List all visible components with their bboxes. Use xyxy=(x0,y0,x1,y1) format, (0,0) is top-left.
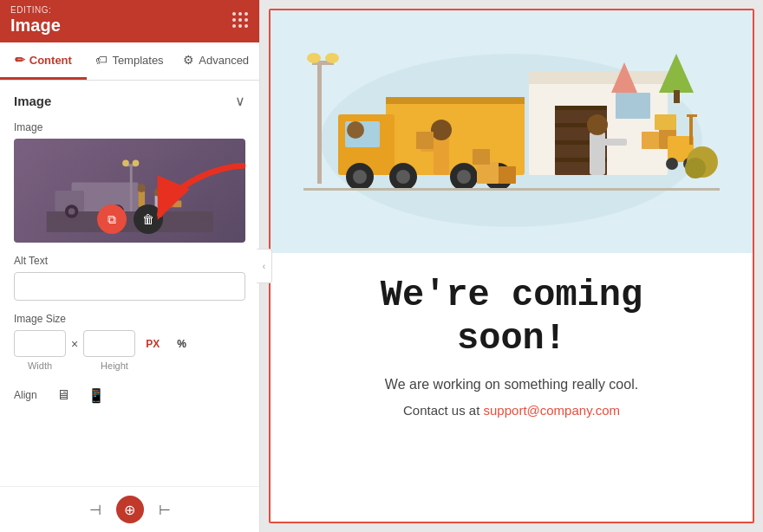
replace-image-button[interactable]: ⧉ xyxy=(97,204,127,234)
svg-point-9 xyxy=(122,159,129,166)
svg-rect-66 xyxy=(674,90,680,103)
svg-rect-16 xyxy=(173,201,181,208)
delete-icon: 🗑 xyxy=(142,212,154,226)
align-right-icon: ⊢ xyxy=(159,502,171,518)
svg-rect-58 xyxy=(597,139,627,146)
coming-soon-subtitle: We are working on something really cool. xyxy=(297,377,727,393)
size-separator: × xyxy=(71,337,78,351)
image-actions: ⧉ 🗑 xyxy=(97,204,163,234)
image-size-label: Image Size xyxy=(14,313,245,325)
width-label: Width xyxy=(14,360,66,371)
svg-point-38 xyxy=(347,121,364,139)
height-input[interactable] xyxy=(83,330,135,357)
advanced-tab-icon: ⚙ xyxy=(183,53,194,67)
unit-toggle: PX % xyxy=(140,334,192,354)
align-center-button[interactable]: ⊕ xyxy=(116,496,144,523)
svg-point-63 xyxy=(685,158,706,178)
panel-content: Image ∨ Image xyxy=(0,81,259,486)
tab-advanced[interactable]: ⚙ Advanced xyxy=(173,42,259,80)
percent-unit-button[interactable]: % xyxy=(172,334,192,354)
align-label: Align xyxy=(14,389,37,401)
svg-rect-56 xyxy=(590,132,605,175)
section-title: Image xyxy=(14,94,51,108)
image-size-row: × PX % xyxy=(14,330,245,357)
svg-point-42 xyxy=(396,170,410,184)
svg-rect-59 xyxy=(477,162,499,184)
tab-templates-label: Templates xyxy=(112,54,163,67)
svg-point-44 xyxy=(457,170,471,184)
svg-rect-35 xyxy=(386,97,525,104)
svg-rect-21 xyxy=(555,106,607,110)
section-toggle-icon[interactable]: ∨ xyxy=(235,93,245,109)
editing-header: EDITING: Image xyxy=(0,0,259,42)
tab-advanced-label: Advanced xyxy=(199,54,249,67)
panel-collapse-handle[interactable]: ‹ xyxy=(257,249,272,283)
editing-label: EDITING: xyxy=(10,5,61,15)
align-left-button[interactable]: ⊣ xyxy=(82,496,109,523)
tab-content[interactable]: ✏ Content xyxy=(0,42,87,80)
svg-point-57 xyxy=(587,114,608,135)
height-label: Height xyxy=(88,360,140,371)
replace-icon: ⧉ xyxy=(108,212,116,227)
width-input[interactable] xyxy=(14,330,66,357)
svg-rect-51 xyxy=(303,188,720,191)
svg-rect-31 xyxy=(687,114,697,117)
svg-point-14 xyxy=(153,188,162,197)
svg-point-49 xyxy=(307,53,321,63)
image-thumbnail[interactable]: ⧉ 🗑 xyxy=(14,139,245,243)
contact-email[interactable]: support@company.com xyxy=(484,403,621,418)
mobile-icon: 📱 xyxy=(88,387,105,404)
editing-info: EDITING: Image xyxy=(10,5,61,36)
align-row: Align 🖥 📱 xyxy=(14,383,245,407)
svg-point-12 xyxy=(137,184,146,192)
tab-templates[interactable]: 🏷 Templates xyxy=(87,42,173,80)
align-mobile-button[interactable]: 📱 xyxy=(84,383,108,407)
align-right-button[interactable]: ⊢ xyxy=(151,496,179,523)
section-header: Image ∨ xyxy=(14,93,245,109)
svg-point-10 xyxy=(132,159,139,166)
contact-line: Contact us at support@company.com xyxy=(297,403,727,418)
svg-rect-25 xyxy=(616,93,650,119)
svg-point-4 xyxy=(68,208,75,215)
page-text-section: We're comingsoon! We are working on some… xyxy=(271,253,753,438)
delete-image-button[interactable]: 🗑 xyxy=(134,204,163,234)
contact-prefix: Contact us at xyxy=(403,403,484,418)
svg-rect-52 xyxy=(434,136,449,175)
svg-point-50 xyxy=(325,53,339,63)
size-labels: Width Height xyxy=(14,360,245,371)
image-field-label: Image xyxy=(14,121,245,133)
svg-rect-30 xyxy=(689,114,693,145)
svg-rect-55 xyxy=(416,132,434,149)
coming-soon-title: We're comingsoon! xyxy=(297,274,727,361)
svg-point-40 xyxy=(353,170,367,184)
left-panel: EDITING: Image ✏ Content 🏷 Templates ⚙ A… xyxy=(0,0,260,532)
svg-rect-28 xyxy=(655,114,676,130)
align-desktop-button[interactable]: 🖥 xyxy=(51,383,75,407)
alt-text-input[interactable] xyxy=(14,272,245,301)
content-tab-icon: ✏ xyxy=(15,53,25,67)
tab-bar: ✏ Content 🏷 Templates ⚙ Advanced xyxy=(0,42,259,81)
hero-image-area xyxy=(271,10,753,253)
hero-illustration xyxy=(303,28,720,236)
svg-rect-19 xyxy=(529,71,672,84)
svg-rect-34 xyxy=(386,97,525,175)
align-center-icon: ⊕ xyxy=(124,502,135,518)
svg-point-53 xyxy=(431,120,452,140)
dots-menu-icon[interactable] xyxy=(232,12,249,29)
templates-tab-icon: 🏷 xyxy=(95,53,108,67)
align-left-icon: ⊣ xyxy=(89,502,101,518)
svg-rect-47 xyxy=(317,62,322,184)
alt-text-label: Alt Text xyxy=(14,255,245,267)
svg-rect-15 xyxy=(163,198,173,208)
svg-rect-26 xyxy=(642,132,659,149)
page-preview: We're comingsoon! We are working on some… xyxy=(269,9,754,523)
px-unit-button[interactable]: PX xyxy=(140,334,165,354)
editing-title: Image xyxy=(10,15,61,36)
desktop-icon: 🖥 xyxy=(56,387,70,403)
svg-rect-61 xyxy=(473,149,490,165)
svg-point-32 xyxy=(666,158,678,170)
svg-rect-60 xyxy=(499,166,516,184)
tab-content-label: Content xyxy=(29,54,72,67)
bottom-toolbar: ⊣ ⊕ ⊢ xyxy=(0,486,259,532)
right-canvas: We're comingsoon! We are working on some… xyxy=(260,0,763,532)
